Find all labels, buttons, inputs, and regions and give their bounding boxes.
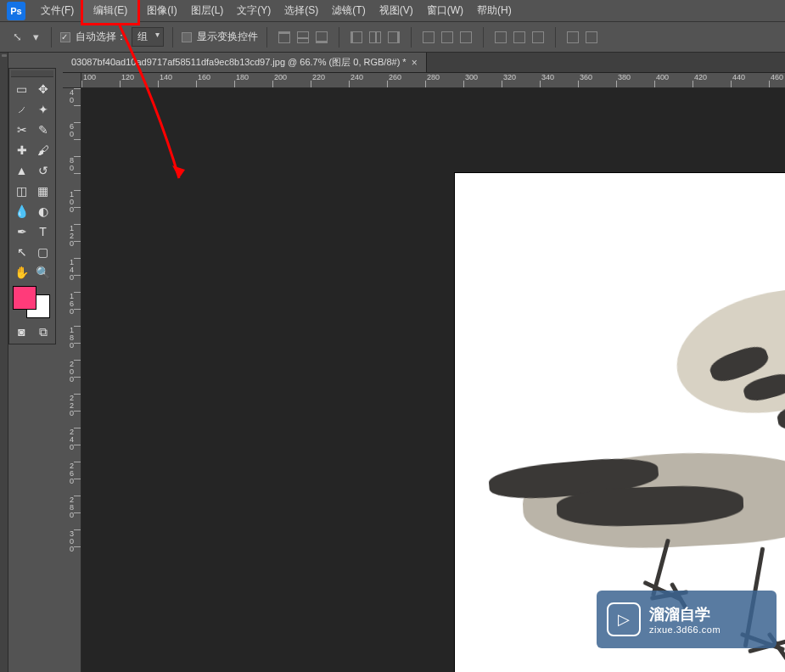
healing-tool-icon[interactable]: ✚ xyxy=(11,140,32,160)
distribute-bottom-icon[interactable] xyxy=(457,29,474,46)
watermark-url: zixue.3d66.com xyxy=(649,624,721,635)
eyedropper-tool-icon[interactable]: ✎ xyxy=(32,120,53,140)
quick-mask-icon[interactable]: ◙ xyxy=(11,322,32,342)
shape-tool-icon[interactable]: ▢ xyxy=(32,242,53,262)
document-area: 03087bf40ad10ad9717af58511dfa9ec8b13cd97… xyxy=(63,53,785,672)
app-logo: Ps xyxy=(7,2,25,20)
brush-tool-icon[interactable]: 🖌 xyxy=(32,140,53,160)
ruler-tick xyxy=(63,343,81,360)
stamp-tool-icon[interactable]: ▲ xyxy=(11,160,32,181)
move-tool-icon: ⤡ xyxy=(10,31,24,44)
menu-image[interactable]: 图像(I) xyxy=(140,0,183,21)
move-tool-icon[interactable]: ✥ xyxy=(32,79,53,99)
gutter-grip-icon[interactable] xyxy=(2,54,7,57)
auto-align-icon2[interactable] xyxy=(583,29,600,46)
ruler-tick xyxy=(63,105,81,122)
type-tool-icon[interactable]: T xyxy=(32,221,53,242)
ruler-tick xyxy=(63,173,81,190)
ruler-tick: 300 xyxy=(63,529,81,546)
history-brush-tool-icon[interactable]: ↺ xyxy=(32,160,53,181)
align-hcenter-icon[interactable] xyxy=(367,29,384,46)
dropdown-icon[interactable]: ▾ xyxy=(29,31,42,44)
ruler-tick: 460 xyxy=(769,73,785,87)
ruler-tick xyxy=(63,207,81,224)
auto-select-dropdown[interactable]: 组 xyxy=(132,27,164,47)
menu-edit[interactable]: 编辑(E) xyxy=(81,0,140,25)
ruler-tick: 240 xyxy=(349,73,387,87)
canvas-viewport[interactable] xyxy=(81,88,785,672)
auto-select-checkbox[interactable] xyxy=(60,32,70,42)
ruler-tick: 260 xyxy=(63,462,81,479)
hand-tool-icon[interactable]: ✋ xyxy=(11,262,32,283)
auto-align-icon[interactable] xyxy=(564,29,581,46)
ruler-tick: 100 xyxy=(81,73,120,87)
ruler-tick: 320 xyxy=(502,73,540,87)
distribute-top-icon[interactable] xyxy=(420,29,437,46)
ruler-tick: 120 xyxy=(63,224,81,241)
distribute-left-icon[interactable] xyxy=(492,29,509,46)
distribute-right-icon[interactable] xyxy=(530,29,547,46)
separator xyxy=(172,27,173,48)
magic-wand-tool-icon[interactable]: ✦ xyxy=(32,99,53,120)
ruler-tick: 400 xyxy=(654,73,692,87)
menu-file[interactable]: 文件(F) xyxy=(34,0,81,21)
ruler-tick xyxy=(63,445,81,462)
distribute-group-1 xyxy=(420,29,474,46)
gradient-tool-icon[interactable]: ▦ xyxy=(32,181,53,201)
horizontal-ruler: 1001201401601802002202402602803003203403… xyxy=(81,73,785,88)
align-vcenter-icon[interactable] xyxy=(294,29,311,46)
foreground-color-swatch[interactable] xyxy=(13,286,36,310)
ruler-tick: 140 xyxy=(158,73,196,87)
screen-mode-icon[interactable]: ⧉ xyxy=(32,322,53,342)
ruler-tick: 200 xyxy=(272,73,311,87)
ruler-tick xyxy=(63,275,81,292)
ruler-tick: 180 xyxy=(234,73,272,87)
vertical-ruler: 406080100120140160180200220240260280300 xyxy=(63,88,81,672)
menu-select[interactable]: 选择(S) xyxy=(278,0,325,21)
menu-window[interactable]: 窗口(W) xyxy=(420,0,470,21)
pen-tool-icon[interactable]: ✒ xyxy=(11,221,32,242)
ruler-tick: 280 xyxy=(63,496,81,512)
separator xyxy=(266,27,267,48)
toolbox-grip[interactable] xyxy=(11,70,53,77)
ruler-tick: 420 xyxy=(692,73,731,87)
crop-tool-icon[interactable]: ✂ xyxy=(11,120,32,140)
align-bottom-icon[interactable] xyxy=(313,29,330,46)
ruler-tick: 200 xyxy=(63,360,81,377)
menu-help[interactable]: 帮助(H) xyxy=(470,0,519,21)
ruler-tick: 160 xyxy=(63,292,81,309)
ruler-tick xyxy=(63,309,81,326)
ruler-tick xyxy=(63,377,81,394)
options-bar: ⤡ ▾ 自动选择： 组 显示变换控件 xyxy=(0,22,785,53)
align-top-icon[interactable] xyxy=(276,29,293,46)
close-tab-icon[interactable]: × xyxy=(412,57,418,69)
blur-tool-icon[interactable]: 💧 xyxy=(11,201,32,221)
dodge-tool-icon[interactable]: ◐ xyxy=(32,201,53,221)
distribute-vcenter-icon[interactable] xyxy=(439,29,456,46)
marquee-tool-icon[interactable]: ▭ xyxy=(11,79,32,99)
path-tool-icon[interactable]: ↖ xyxy=(11,242,32,262)
menu-view[interactable]: 视图(V) xyxy=(373,0,420,21)
ruler-tick xyxy=(63,241,81,258)
ruler-tick: 300 xyxy=(463,73,502,87)
zoom-tool-icon[interactable]: 🔍 xyxy=(32,262,53,283)
auto-select-label: 自动选择： xyxy=(76,30,126,44)
menu-layer[interactable]: 图层(L) xyxy=(184,0,231,21)
ruler-tick: 280 xyxy=(425,73,463,87)
distribute-hcenter-icon[interactable] xyxy=(511,29,528,46)
align-right-icon[interactable] xyxy=(385,29,402,46)
document-tab[interactable]: 03087bf40ad10ad9717af58511dfa9ec8b13cd97… xyxy=(63,53,427,72)
show-transform-checkbox[interactable] xyxy=(182,32,192,42)
ruler-tick: 340 xyxy=(540,73,578,87)
ruler-tick: 160 xyxy=(196,73,234,87)
separator xyxy=(555,27,556,48)
align-left-icon[interactable] xyxy=(348,29,365,46)
auto-align-group xyxy=(564,29,600,46)
panel-gutter xyxy=(0,53,8,672)
menu-filter[interactable]: 滤镜(T) xyxy=(325,0,372,21)
eraser-tool-icon[interactable]: ◫ xyxy=(11,181,32,201)
ruler-tick xyxy=(63,411,81,428)
menu-type[interactable]: 文字(Y) xyxy=(230,0,278,21)
ruler-tick: 60 xyxy=(63,122,81,139)
lasso-tool-icon[interactable]: ⟋ xyxy=(11,99,32,120)
